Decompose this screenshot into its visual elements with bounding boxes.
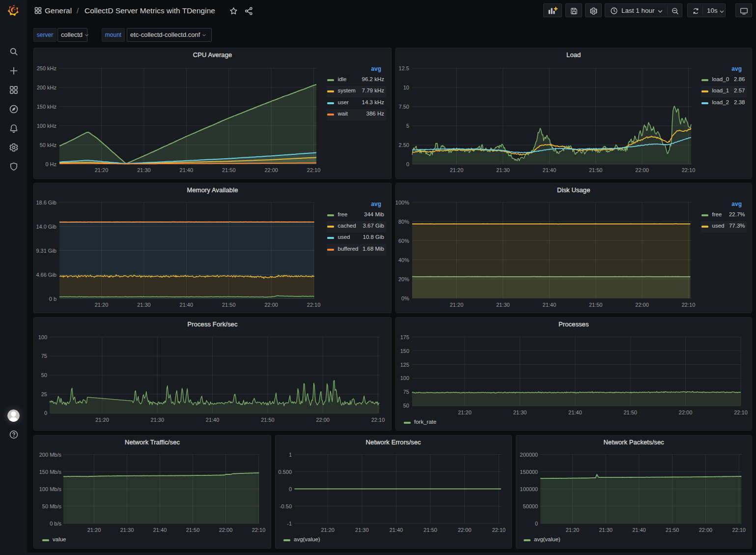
- svg-text:21:50: 21:50: [222, 302, 236, 308]
- svg-text:0: 0: [535, 521, 538, 526]
- svg-text:21:20: 21:20: [95, 302, 109, 308]
- svg-text:21:30: 21:30: [496, 302, 510, 308]
- svg-text:100000: 100000: [520, 486, 538, 492]
- svg-text:80%: 80%: [398, 219, 409, 225]
- svg-text:21:30: 21:30: [496, 167, 510, 173]
- svg-text:22:10: 22:10: [492, 527, 506, 533]
- svg-text:22:00: 22:00: [635, 167, 649, 173]
- svg-text:75: 75: [403, 389, 409, 395]
- svg-text:20%: 20%: [398, 276, 409, 282]
- svg-text:21:50: 21:50: [666, 527, 679, 533]
- svg-text:0.500: 0.500: [278, 469, 292, 475]
- svg-text:22:10: 22:10: [734, 409, 748, 415]
- svg-text:0 b/s: 0 b/s: [50, 521, 61, 526]
- svg-text:0: 0: [289, 486, 292, 492]
- svg-text:21:20: 21:20: [458, 409, 472, 415]
- svg-text:22:00: 22:00: [264, 167, 278, 173]
- svg-text:21:20: 21:20: [321, 527, 335, 533]
- svg-text:0 b: 0 b: [49, 296, 56, 302]
- svg-text:18.6 Gib: 18.6 Gib: [36, 200, 56, 205]
- svg-text:200000: 200000: [520, 452, 538, 458]
- svg-text:0 Hz: 0 Hz: [45, 161, 56, 167]
- svg-text:21:50: 21:50: [186, 527, 200, 533]
- svg-text:0: 0: [406, 161, 409, 167]
- svg-text:22:00: 22:00: [458, 527, 472, 533]
- svg-text:0: 0: [44, 410, 47, 416]
- svg-text:9.31 Gib: 9.31 Gib: [36, 248, 56, 254]
- svg-text:2.50: 2.50: [399, 142, 409, 148]
- svg-text:21:40: 21:40: [180, 302, 194, 308]
- svg-text:21:40: 21:40: [206, 417, 220, 423]
- svg-text:7.50: 7.50: [399, 104, 409, 110]
- svg-text:100 kHz: 100 kHz: [37, 123, 56, 129]
- svg-text:21:30: 21:30: [599, 527, 613, 533]
- svg-text:250 kHz: 250 kHz: [37, 65, 56, 71]
- svg-text:-1: -1: [287, 521, 292, 526]
- svg-text:21:40: 21:40: [543, 167, 557, 173]
- svg-text:-0.50: -0.50: [280, 503, 292, 509]
- svg-text:21:20: 21:20: [450, 167, 464, 173]
- svg-text:22:10: 22:10: [732, 527, 746, 533]
- svg-text:22:00: 22:00: [264, 302, 278, 308]
- svg-text:21:20: 21:20: [87, 527, 101, 533]
- svg-text:22:10: 22:10: [252, 527, 266, 533]
- svg-text:22:10: 22:10: [682, 167, 696, 173]
- svg-text:21:40: 21:40: [632, 527, 646, 533]
- svg-text:100: 100: [38, 334, 47, 340]
- svg-text:21:50: 21:50: [589, 302, 603, 308]
- svg-text:21:40: 21:40: [543, 302, 557, 308]
- svg-text:75: 75: [41, 353, 47, 359]
- svg-text:40%: 40%: [398, 257, 409, 263]
- svg-text:25: 25: [41, 391, 47, 397]
- svg-text:21:40: 21:40: [568, 409, 582, 415]
- svg-text:21:30: 21:30: [513, 409, 527, 415]
- svg-text:21:30: 21:30: [151, 417, 165, 423]
- svg-text:21:20: 21:20: [566, 527, 580, 533]
- svg-text:100: 100: [400, 375, 409, 381]
- svg-text:200 Mb/s: 200 Mb/s: [39, 452, 62, 458]
- svg-text:22:10: 22:10: [682, 302, 696, 308]
- svg-text:21:20: 21:20: [95, 167, 109, 173]
- svg-text:50000: 50000: [523, 503, 538, 509]
- svg-text:22:00: 22:00: [635, 302, 649, 308]
- svg-text:22:10: 22:10: [307, 302, 321, 308]
- svg-text:21:50: 21:50: [222, 167, 236, 173]
- svg-text:21:40: 21:40: [180, 167, 194, 173]
- svg-text:21:50: 21:50: [589, 167, 603, 173]
- svg-text:150 kHz: 150 kHz: [37, 104, 56, 110]
- svg-text:50 kHz: 50 kHz: [40, 142, 56, 148]
- svg-text:21:20: 21:20: [450, 302, 464, 308]
- svg-text:21:30: 21:30: [120, 527, 134, 533]
- svg-text:21:50: 21:50: [623, 409, 637, 415]
- svg-text:21:50: 21:50: [423, 527, 437, 533]
- svg-text:22:00: 22:00: [699, 527, 713, 533]
- svg-text:22:00: 22:00: [316, 417, 330, 423]
- svg-text:50 Mb/s: 50 Mb/s: [42, 503, 62, 509]
- svg-text:21:40: 21:40: [390, 527, 403, 533]
- svg-text:21:50: 21:50: [261, 417, 275, 423]
- svg-text:5: 5: [406, 123, 409, 129]
- svg-text:100%: 100%: [395, 200, 409, 205]
- svg-text:150: 150: [400, 348, 409, 354]
- svg-text:150000: 150000: [520, 469, 538, 475]
- svg-text:4.66 Gib: 4.66 Gib: [36, 272, 56, 278]
- svg-text:50: 50: [41, 372, 47, 378]
- svg-text:22:00: 22:00: [219, 527, 233, 533]
- svg-text:21:30: 21:30: [355, 527, 369, 533]
- svg-text:21:30: 21:30: [137, 167, 151, 173]
- svg-text:22:00: 22:00: [679, 409, 693, 415]
- svg-text:22:10: 22:10: [307, 167, 321, 173]
- svg-text:150 Mb/s: 150 Mb/s: [39, 469, 62, 475]
- svg-text:175: 175: [400, 334, 409, 340]
- svg-text:12.5: 12.5: [399, 65, 409, 71]
- svg-text:21:20: 21:20: [95, 417, 109, 423]
- svg-text:21:40: 21:40: [153, 527, 167, 533]
- svg-text:200 kHz: 200 kHz: [37, 85, 56, 90]
- svg-text:60%: 60%: [398, 238, 409, 244]
- svg-text:125: 125: [400, 362, 409, 368]
- svg-text:50: 50: [403, 403, 409, 409]
- svg-text:14.0 Gib: 14.0 Gib: [36, 224, 56, 230]
- svg-text:22:10: 22:10: [371, 417, 385, 423]
- svg-text:1: 1: [289, 452, 292, 458]
- svg-text:10: 10: [403, 85, 409, 90]
